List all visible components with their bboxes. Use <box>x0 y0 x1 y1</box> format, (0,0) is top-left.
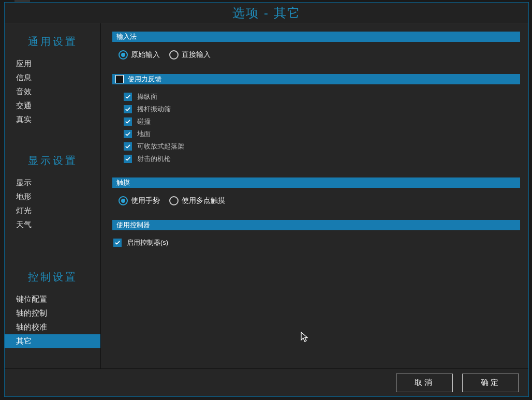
section-header-force-feedback[interactable]: 使用力反馈 <box>112 74 520 84</box>
checkbox-label: 碰撞 <box>137 117 151 126</box>
sidebar-item[interactable]: 键位配置 <box>5 292 100 306</box>
sidebar-item[interactable]: 真实 <box>5 113 100 127</box>
checkbox-row[interactable]: 操纵面 <box>117 91 520 103</box>
checkbox-label: 启用控制器(s) <box>127 238 168 247</box>
checkbox-row-enable-controllers[interactable]: 启用控制器(s) <box>113 236 520 249</box>
checkbox-row[interactable]: 摇杆振动筛 <box>117 103 520 115</box>
main-panel: 输入法 原始输入直接输入 使用力反馈 操纵面摇杆振动筛碰撞地面可收放式起落架射击… <box>101 23 528 368</box>
radio-label: 使用手势 <box>131 196 160 205</box>
checkbox-icon <box>124 130 132 138</box>
section-title: 触摸 <box>116 178 130 187</box>
options-window: 选项 - 其它 通用设置应用信息音效交通真实显示设置显示地形灯光天气控制设置键位… <box>4 2 529 397</box>
radio-label: 直接输入 <box>182 50 211 60</box>
cancel-button[interactable]: 取消 <box>396 374 453 392</box>
cursor-icon <box>301 332 309 345</box>
checkbox-row[interactable]: 碰撞 <box>117 115 520 128</box>
radio-label: 原始输入 <box>131 50 160 60</box>
checkbox-force-feedback-master[interactable] <box>115 75 124 83</box>
checkbox-label: 可收放式起落架 <box>137 142 184 151</box>
checkbox-label: 地面 <box>137 129 151 139</box>
checkbox-row[interactable]: 地面 <box>117 128 520 140</box>
sidebar-item[interactable]: 轴的校准 <box>5 320 100 334</box>
checkbox-icon <box>124 105 132 113</box>
sidebar-item[interactable]: 应用 <box>5 57 100 71</box>
checkbox-icon <box>124 142 132 151</box>
sidebar-item[interactable]: 天气 <box>5 218 100 232</box>
footer: 取消 确定 <box>5 368 528 396</box>
sidebar-item[interactable]: 信息 <box>5 71 100 85</box>
checkbox-icon <box>113 239 122 247</box>
section-header-controllers: 使用控制器 <box>112 220 520 230</box>
sidebar-item[interactable]: 交通 <box>5 99 100 113</box>
section-body-touch: 使用手势使用多点触摸 <box>112 192 520 220</box>
section-body-force-feedback: 操纵面摇杆振动筛碰撞地面可收放式起落架射击的机枪 <box>112 88 520 177</box>
section-title: 输入法 <box>116 32 137 41</box>
sidebar-item[interactable]: 其它 <box>5 334 100 348</box>
window-title-text: 选项 - 其它 <box>232 5 300 21</box>
sidebar-group-title: 通用设置 <box>5 33 100 53</box>
section-body-input-method: 原始输入直接输入 <box>112 46 520 74</box>
window-title: 选项 - 其它 <box>5 3 528 23</box>
sidebar-item[interactable]: 轴的控制 <box>5 306 100 320</box>
radio-group-input-method: 原始输入直接输入 <box>117 48 520 62</box>
sidebar: 通用设置应用信息音效交通真实显示设置显示地形灯光天气控制设置键位配置轴的控制轴的… <box>5 23 101 368</box>
checkbox-label: 摇杆振动筛 <box>137 105 171 114</box>
radio-input-method[interactable]: 原始输入 <box>119 50 160 60</box>
sidebar-group-title: 显示设置 <box>5 152 100 172</box>
checkbox-label: 操纵面 <box>137 92 157 101</box>
section-header-touch: 触摸 <box>112 177 520 188</box>
sidebar-item[interactable]: 地形 <box>5 190 100 204</box>
radio-touch[interactable]: 使用多点触摸 <box>169 196 225 205</box>
ok-button[interactable]: 确定 <box>462 374 519 392</box>
sidebar-group-title: 控制设置 <box>5 268 100 288</box>
section-body-controllers: 启用控制器(s) <box>112 234 520 261</box>
section-title: 使用力反馈 <box>128 75 161 84</box>
radio-label: 使用多点触摸 <box>182 196 225 205</box>
button-label: 取消 <box>415 378 434 388</box>
checkbox-icon <box>124 93 132 101</box>
radio-group-touch: 使用手势使用多点触摸 <box>117 194 520 208</box>
checkbox-icon <box>124 117 132 126</box>
button-label: 确定 <box>481 378 500 388</box>
checkbox-row[interactable]: 可收放式起落架 <box>117 140 520 153</box>
checkbox-label: 射击的机枪 <box>137 154 171 164</box>
radio-touch[interactable]: 使用手势 <box>119 196 160 205</box>
radio-input-method[interactable]: 直接输入 <box>169 50 211 60</box>
section-title: 使用控制器 <box>116 220 150 230</box>
sidebar-item[interactable]: 音效 <box>5 85 100 99</box>
sidebar-item[interactable]: 灯光 <box>5 204 100 218</box>
sidebar-item[interactable]: 显示 <box>5 176 100 190</box>
checkbox-icon <box>124 155 132 163</box>
section-header-input-method: 输入法 <box>112 32 520 42</box>
checkbox-row[interactable]: 射击的机枪 <box>117 153 520 165</box>
